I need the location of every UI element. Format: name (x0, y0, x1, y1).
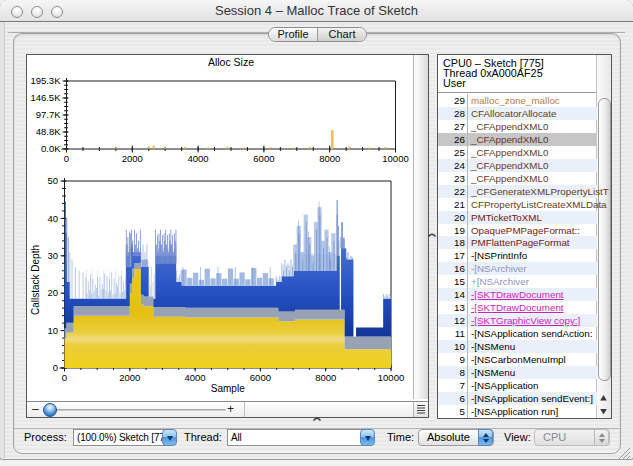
svg-text:0: 0 (62, 372, 67, 383)
svg-text:4000: 4000 (185, 372, 206, 383)
svg-text:10000: 10000 (382, 153, 408, 164)
svg-text:8000: 8000 (319, 153, 340, 164)
svg-text:146.5K: 146.5K (30, 92, 61, 103)
svg-text:4000: 4000 (188, 153, 209, 164)
svg-text:48.8K: 48.8K (36, 126, 61, 137)
svg-text:30: 30 (47, 250, 58, 261)
svg-text:97.7K: 97.7K (36, 109, 61, 120)
svg-text:40: 40 (47, 213, 58, 224)
svg-text:6000: 6000 (253, 153, 274, 164)
svg-text:20: 20 (47, 287, 58, 298)
svg-text:195.3K: 195.3K (30, 75, 61, 86)
svg-text:10: 10 (47, 325, 58, 336)
svg-text:2000: 2000 (122, 153, 143, 164)
svg-text:50: 50 (47, 175, 58, 186)
svg-text:Callstack Depth: Callstack Depth (30, 245, 41, 315)
svg-text:Sample: Sample (211, 383, 245, 394)
svg-text:2000: 2000 (119, 372, 140, 383)
svg-text:8000: 8000 (315, 372, 336, 383)
svg-text:Alloc Size: Alloc Size (208, 56, 254, 68)
svg-text:6000: 6000 (250, 372, 271, 383)
svg-text:0: 0 (53, 362, 58, 373)
svg-text:0: 0 (64, 153, 69, 164)
svg-text:0.0K: 0.0K (41, 143, 61, 154)
svg-text:10000: 10000 (378, 372, 404, 383)
